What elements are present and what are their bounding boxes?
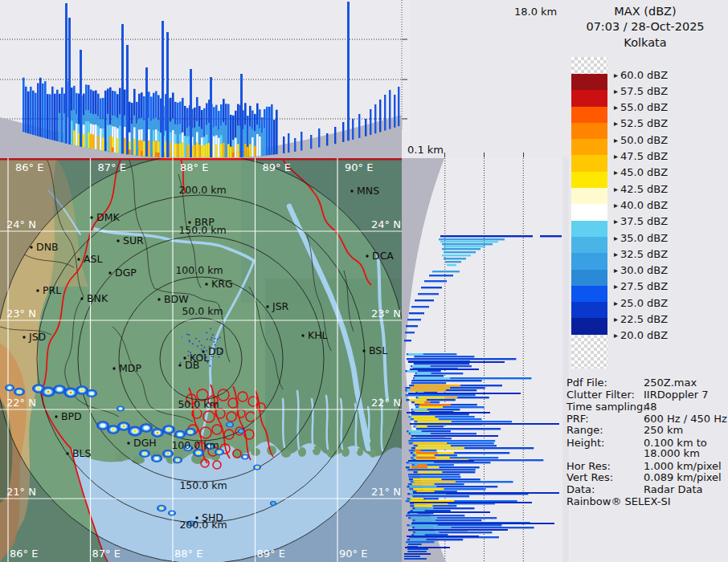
dbz-scale-label: ▸37.5 dBZ [614,215,668,226]
svg-text:BRP: BRP [194,216,215,228]
product-title: MAX (dBZ) [562,5,728,18]
scale-tick-arrow-icon: ▸ [614,250,618,259]
svg-text:PRL: PRL [43,284,61,296]
scale-tick-arrow-icon: ▸ [614,71,618,79]
scale-tick-arrow-icon: ▸ [614,185,618,193]
dbz-color-band [571,74,607,90]
svg-text:JSR: JSR [272,300,289,312]
svg-text:24° N: 24° N [371,218,401,230]
info-row-label: Data: [566,483,595,495]
svg-text:24° N: 24° N [6,218,36,230]
scale-tick-arrow-icon: ▸ [614,168,618,177]
dbz-scale-label: ▸35.0 dBZ [614,232,668,243]
scale-tick-arrow-icon: ▸ [614,152,618,161]
dbz-scale-label: ▸55.0 dBZ [614,101,668,112]
dbz-color-scale [571,57,607,369]
svg-text:DMK: DMK [96,211,120,223]
dbz-color-band [571,139,607,155]
info-row-value: 0.089 km/pixel [644,471,722,483]
height-axis-max-label: 18.0 km [514,6,557,18]
svg-text:MDP: MDP [119,362,141,374]
station-name: Kolkata [562,36,728,49]
dbz-color-band [571,107,607,123]
scale-tick-arrow-icon: ▸ [614,299,618,307]
product-datetime: 07:03 / 28-Oct-2025 [562,20,728,33]
dbz-scale-label: ▸42.5 dBZ [614,183,668,194]
svg-text:86° E: 86° E [15,161,43,173]
info-row-value: 600 Hz / 450 Hz [644,413,727,425]
info-row-value: 250 km [644,424,683,436]
svg-text:22° N: 22° N [371,397,401,409]
dbz-scale-label: ▸20.0 dBZ [614,329,668,340]
info-row-label: Time sampling: [566,401,647,413]
svg-text:DGP: DGP [115,267,137,279]
svg-text:KRG: KRG [211,278,233,290]
info-row-value: Radar Data [644,483,702,495]
info-row-label: Hor Res: [566,460,611,472]
info-row-label: PRF: [566,413,589,425]
svg-text:88° E: 88° E [180,161,208,173]
right-axis-tick [484,153,485,157]
svg-text:90° E: 90° E [339,548,367,560]
info-row-label: Vert Res: [566,471,613,483]
dbz-color-band [571,253,607,269]
svg-text:86° E: 86° E [10,548,38,560]
svg-text:DCA: DCA [372,250,394,262]
dbz-scale-label: ▸27.5 dBZ [614,280,668,291]
svg-text:DB: DB [185,359,199,371]
dbz-scale-label: ▸25.0 dBZ [614,297,668,308]
svg-text:150.0 km: 150.0 km [179,479,227,491]
dbz-scale-label: ▸32.5 dBZ [614,248,668,259]
svg-text:SHD: SHD [202,511,223,523]
scale-tick-arrow-icon: ▸ [614,315,618,324]
dbz-color-band [571,123,607,139]
dbz-color-band [571,172,607,188]
dbz-scale-label: ▸47.5 dBZ [614,150,668,161]
dbz-scale-label: ▸30.0 dBZ [614,264,668,275]
dbz-scale-label: ▸22.5 dBZ [614,313,668,324]
scale-tick-arrow-icon: ▸ [614,266,618,275]
dbz-color-band [571,155,607,171]
svg-text:87° E: 87° E [98,161,126,173]
svg-text:89° E: 89° E [263,161,291,173]
scale-tick-arrow-icon: ▸ [614,87,618,96]
dbz-color-band [571,335,607,369]
dbz-color-band [571,57,607,74]
svg-text:JSD: JSD [28,331,46,343]
dbz-color-band [571,90,607,106]
svg-text:BDW: BDW [164,293,189,305]
info-row-value: 48 [644,401,657,413]
info-row-value: 1.000 km/pixel [644,460,722,472]
dbz-color-band [571,270,607,286]
svg-text:BLS: BLS [72,447,92,459]
scale-tick-arrow-icon: ▸ [614,119,618,128]
svg-text:21° N: 21° N [6,486,36,498]
dbz-color-band [571,221,607,237]
svg-text:KHL: KHL [308,329,328,341]
dbz-color-band [571,302,607,318]
scale-tick-arrow-icon: ▸ [614,331,618,340]
dbz-scale-label: ▸52.5 dBZ [614,117,668,128]
software-brand: Rainbow® SELEX-SI [566,495,671,507]
dbz-color-band [571,286,607,302]
svg-text:100.0 km: 100.0 km [171,439,219,451]
dbz-scale-label: ▸57.5 dBZ [614,85,668,96]
scale-tick-arrow-icon: ▸ [614,103,618,112]
svg-text:200.0 km: 200.0 km [178,184,226,196]
scale-tick-arrow-icon: ▸ [614,282,618,291]
dbz-scale-label: ▸60.0 dBZ [614,69,668,80]
info-row-label: Height: [566,437,604,449]
scale-tick-arrow-icon: ▸ [614,217,618,226]
scale-tick-arrow-icon: ▸ [614,201,618,210]
radar-viewer-window: 18.0 km 0.1 km [0,0,728,562]
svg-text:BPD: BPD [61,410,82,422]
svg-text:23° N: 23° N [6,307,36,320]
info-row-label: Clutter Filter: [566,389,635,401]
info-row-label: Range: [566,424,603,436]
top-profile-panel [0,0,410,158]
dbz-color-band [571,204,607,220]
dbz-scale-label: ▸50.0 dBZ [614,134,668,145]
dbz-scale-label: ▸45.0 dBZ [614,166,668,177]
svg-text:50.0 km: 50.0 km [178,398,219,410]
info-row-value: 18.000 km [644,447,700,459]
